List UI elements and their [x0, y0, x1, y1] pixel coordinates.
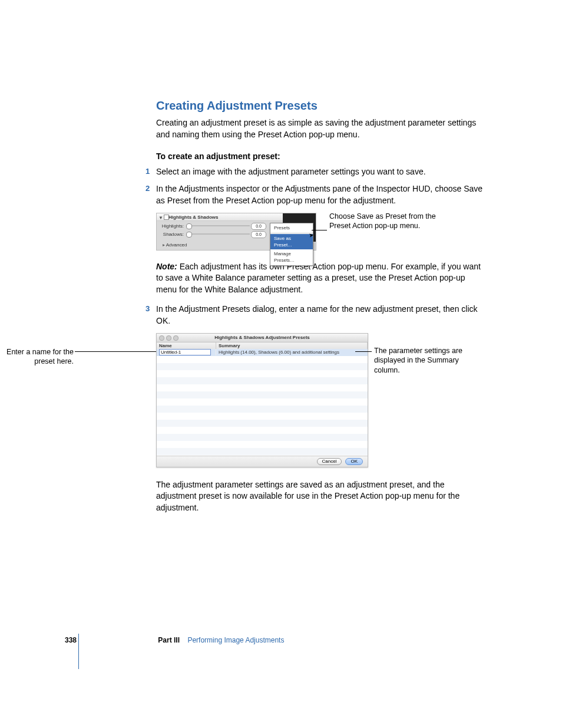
- part-label: Part III: [158, 636, 180, 644]
- menu-item-manage-presets[interactable]: Manage Presets…: [270, 249, 313, 265]
- advanced-disclosure[interactable]: Advanced: [163, 242, 187, 248]
- callout-leader-line: [355, 351, 372, 352]
- dialog-titlebar: Highlights & Shadows Adjustment Presets: [157, 334, 368, 342]
- highlights-row: Highlights: 0.0: [159, 223, 266, 229]
- part-name: Performing Image Adjustments: [187, 636, 284, 644]
- slider-track[interactable]: [186, 233, 250, 235]
- intro-paragraph: Creating an adjustment preset is as simp…: [156, 117, 486, 140]
- dialog-footer: Cancel OK: [157, 456, 368, 467]
- slider-value[interactable]: 0.0: [251, 223, 266, 230]
- callout-left: Enter a name for the preset here.: [3, 347, 74, 367]
- note-label: Note:: [156, 262, 177, 271]
- note-paragraph: Note: Each adjustment has its own Preset…: [156, 261, 486, 296]
- disclosure-triangle-icon[interactable]: ▼: [158, 215, 163, 221]
- cancel-button[interactable]: Cancel: [317, 458, 342, 465]
- step-3: 3In the Adjustment Presets dialog, enter…: [156, 304, 486, 327]
- step-number: 3: [146, 304, 150, 314]
- figure-dialog: Enter a name for the preset here. Highli…: [80, 333, 486, 467]
- ok-button[interactable]: OK: [345, 458, 363, 465]
- page-footer: 338 Part III Performing Image Adjustment…: [65, 635, 477, 645]
- table-body: Highlights (14.00), Shadows (6.00) and a…: [157, 349, 368, 456]
- minimize-icon[interactable]: [166, 335, 171, 341]
- cell-name: [157, 349, 216, 355]
- shadows-row: Shadows: 0.0: [159, 231, 266, 237]
- inspector-panel: ▼ Highlights & Shadows ↺ Highlights: 0.0…: [156, 213, 316, 251]
- window-controls: [159, 335, 178, 341]
- step-list: 1Select an image with the adjustment par…: [156, 166, 486, 207]
- slider-label: Highlights:: [159, 223, 184, 229]
- callout-right: The parameter settings are displayed in …: [374, 346, 480, 376]
- slider-track[interactable]: [186, 225, 250, 226]
- note-body: Each adjustment has its own Preset Actio…: [156, 262, 481, 294]
- step-1: 1Select an image with the adjustment par…: [156, 166, 486, 178]
- step-text: In the Adjustments inspector or the Adju…: [156, 184, 482, 205]
- callout-text: Choose Save as Preset from the Preset Ac…: [329, 212, 459, 232]
- page: Creating Adjustment Presets Creating an …: [0, 0, 562, 728]
- preset-action-menu: Presets Save as Preset… Manage Presets…: [270, 223, 313, 266]
- dialog-title: Highlights & Shadows Adjustment Presets: [214, 335, 310, 340]
- procedure-heading: To create an adjustment preset:: [156, 151, 486, 163]
- step-2: 2In the Adjustments inspector or the Adj…: [156, 183, 486, 206]
- zoom-icon[interactable]: [173, 335, 178, 341]
- closing-paragraph: The adjustment parameter settings are sa…: [156, 479, 486, 514]
- slider-value[interactable]: 0.0: [251, 231, 266, 238]
- step-text: Select an image with the adjustment para…: [156, 167, 426, 176]
- section-heading: Creating Adjustment Presets: [156, 97, 486, 114]
- preset-name-input[interactable]: [159, 349, 211, 355]
- menu-item-presets[interactable]: Presets: [270, 223, 313, 232]
- step-number: 1: [146, 166, 150, 177]
- slider-label: Shadows:: [159, 231, 184, 238]
- step-list-contd: 3In the Adjustment Presets dialog, enter…: [156, 304, 486, 327]
- figure-inspector: ▼ Highlights & Shadows ↺ Highlights: 0.0…: [156, 213, 486, 251]
- table-row[interactable]: Highlights (14.00), Shadows (6.00) and a…: [157, 349, 368, 356]
- menu-item-save-as-preset[interactable]: Save as Preset…: [270, 234, 313, 249]
- callout-leader-line: [312, 230, 327, 230]
- presets-dialog: Highlights & Shadows Adjustment Presets …: [156, 333, 368, 467]
- slider-knob[interactable]: [186, 232, 192, 238]
- close-icon[interactable]: [159, 335, 164, 341]
- cell-summary: Highlights (14.00), Shadows (6.00) and a…: [216, 349, 368, 355]
- menu-separator: [270, 233, 313, 233]
- step-text: In the Adjustment Presets dialog, enter …: [156, 304, 478, 325]
- footer-rule: [78, 634, 79, 669]
- content-column: Creating Adjustment Presets Creating an …: [156, 97, 486, 522]
- slider-knob[interactable]: [186, 223, 192, 229]
- table-stripes: [157, 356, 368, 456]
- callout-leader-line: [75, 351, 157, 352]
- panel-title: Highlights & Shadows: [168, 214, 218, 220]
- step-number: 2: [146, 183, 150, 194]
